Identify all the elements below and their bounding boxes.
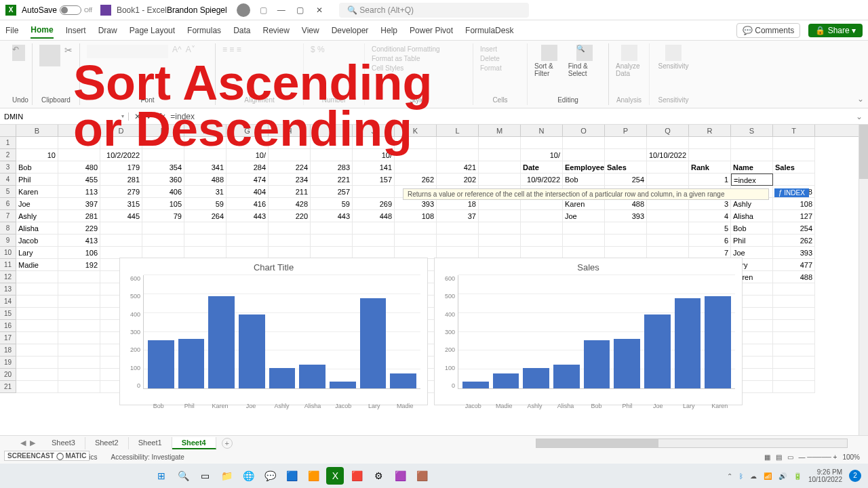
app-icon[interactable]: 🟦 <box>283 467 300 485</box>
cell[interactable] <box>563 137 605 149</box>
row-header[interactable]: 7 <box>0 210 16 222</box>
cell[interactable]: Date <box>521 161 563 174</box>
cell[interactable] <box>58 283 100 296</box>
cell[interactable]: Bob <box>731 222 773 235</box>
cell[interactable] <box>353 235 395 247</box>
cell[interactable] <box>521 137 563 149</box>
row-header[interactable]: 12 <box>0 271 16 283</box>
tab-pagelayout[interactable]: Page Layout <box>130 23 175 38</box>
cell[interactable] <box>353 186 395 198</box>
cell[interactable] <box>16 357 58 369</box>
tab-powerpivot[interactable]: Power Pivot <box>410 23 453 38</box>
cell[interactable] <box>731 137 773 149</box>
cell[interactable] <box>773 283 815 296</box>
cell[interactable]: 448 <box>353 210 395 222</box>
chart-bar[interactable] <box>148 340 174 388</box>
cell[interactable]: 445 <box>100 210 142 222</box>
cell[interactable] <box>58 369 100 381</box>
volume-icon[interactable]: 🔊 <box>778 472 787 480</box>
tab-data[interactable]: Data <box>233 23 250 38</box>
cell[interactable] <box>605 137 647 149</box>
chart-bar[interactable] <box>644 314 671 388</box>
cell[interactable]: 480 <box>58 161 100 174</box>
cell[interactable] <box>269 222 311 235</box>
autocomplete-suggestion[interactable]: ƒ INDEX <box>774 188 809 197</box>
cell[interactable] <box>58 320 100 332</box>
cell[interactable] <box>142 222 184 235</box>
cell[interactable]: 105 <box>142 198 184 210</box>
col-header[interactable]: P <box>605 125 647 136</box>
row-header[interactable]: 2 <box>0 149 16 161</box>
search-input[interactable]: 🔍 Search (Alt+Q) <box>339 3 529 18</box>
cell[interactable]: 428 <box>269 198 311 210</box>
row-header[interactable]: 13 <box>0 283 16 296</box>
cell[interactable] <box>479 161 521 174</box>
cell[interactable]: Madie <box>16 259 58 271</box>
chart-bar[interactable] <box>675 298 701 388</box>
cell[interactable]: Eemployee <box>563 161 605 174</box>
row-header[interactable]: 3 <box>0 161 16 174</box>
cell[interactable]: Phil <box>16 174 58 186</box>
explorer-icon[interactable]: 📁 <box>218 467 235 485</box>
horizontal-scrollbar[interactable] <box>536 439 848 448</box>
cell[interactable] <box>773 137 815 149</box>
col-header[interactable]: L <box>437 125 479 136</box>
cell[interactable] <box>100 222 142 235</box>
cell[interactable]: 106 <box>58 247 100 259</box>
cell[interactable] <box>58 271 100 283</box>
chart-bar[interactable] <box>462 382 489 388</box>
cell[interactable] <box>773 344 815 357</box>
row-header[interactable]: 17 <box>0 332 16 344</box>
tab-formuladesk[interactable]: FormulaDesk <box>465 23 513 38</box>
battery-icon[interactable]: 🔋 <box>793 472 802 480</box>
cell[interactable]: 281 <box>58 210 100 222</box>
cell[interactable]: Name <box>731 161 773 174</box>
chart-bar[interactable] <box>553 365 580 388</box>
row-header[interactable]: 10 <box>0 247 16 259</box>
cell[interactable]: 262 <box>773 235 815 247</box>
cell[interactable] <box>479 149 521 161</box>
cell[interactable]: 4 <box>689 210 731 222</box>
excel-taskbar-icon[interactable]: X <box>326 467 344 485</box>
cell[interactable] <box>16 137 58 149</box>
cell[interactable]: 284 <box>226 161 269 174</box>
cell[interactable] <box>689 149 731 161</box>
cell[interactable] <box>521 222 563 235</box>
sheet-tab[interactable]: Sheet2 <box>85 437 129 449</box>
cell[interactable] <box>773 174 815 186</box>
cell[interactable]: Lary <box>16 247 58 259</box>
onedrive-icon[interactable]: ☁ <box>750 472 757 480</box>
col-header[interactable]: M <box>479 125 521 136</box>
cell[interactable] <box>16 296 58 308</box>
edge-icon[interactable]: 🌐 <box>239 467 257 485</box>
cell[interactable]: 10/9/2022 <box>521 174 563 186</box>
cell[interactable] <box>563 149 605 161</box>
row-header[interactable]: 15 <box>0 308 16 320</box>
cell[interactable]: 404 <box>226 186 269 198</box>
cell[interactable]: 281 <box>100 174 142 186</box>
cell[interactable]: 79 <box>142 210 184 222</box>
cell[interactable] <box>395 222 437 235</box>
row-header[interactable]: 16 <box>0 320 16 332</box>
row-header[interactable]: 19 <box>0 357 16 369</box>
cell[interactable] <box>773 320 815 332</box>
cell[interactable]: 157 <box>353 174 395 186</box>
cell[interactable]: 416 <box>226 198 269 210</box>
autosave-toggle[interactable]: AutoSave Off <box>22 5 92 15</box>
app-icon[interactable]: 🟫 <box>413 467 431 485</box>
cell[interactable] <box>226 235 269 247</box>
chart-bar[interactable] <box>269 368 296 388</box>
cell[interactable]: 488 <box>184 174 226 186</box>
cell[interactable] <box>479 174 521 186</box>
cell[interactable] <box>58 357 100 369</box>
cell[interactable] <box>563 222 605 235</box>
cell[interactable]: 397 <box>58 198 100 210</box>
cell[interactable] <box>773 332 815 344</box>
cell[interactable] <box>437 149 479 161</box>
cell[interactable]: 224 <box>269 161 311 174</box>
cell[interactable] <box>58 332 100 344</box>
cell[interactable] <box>437 222 479 235</box>
tab-view[interactable]: View <box>302 23 319 38</box>
user-name[interactable]: Brandon Spiegel <box>167 5 227 15</box>
sheet-prev-icon[interactable]: ◀ <box>20 439 26 447</box>
